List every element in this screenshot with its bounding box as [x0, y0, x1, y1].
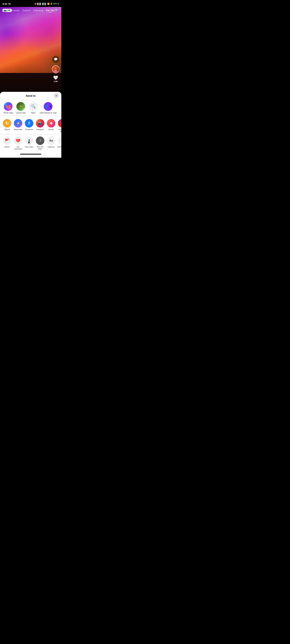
action-captions[interactable]: Aa Captions — [46, 136, 56, 150]
share-repost[interactable]: ↻ Repost — [2, 119, 12, 132]
tab-for-you-wrapper: For You — [46, 9, 55, 12]
send-to-sheet: Send to ✕ 🐙 TikTok Tako 🧍 Lauren Deli 🔍 — [0, 92, 61, 158]
lauren-deli-avatar: 🧍 — [16, 102, 25, 111]
signal-icon-2: ▌▌▌ — [42, 3, 46, 5]
stories-label: Stories — [48, 128, 54, 130]
lauren-deli-name: Lauren Deli — [16, 112, 26, 114]
camera-icon: 📷 — [8, 2, 11, 5]
nav-tabs: Friends Explore Following For You — [12, 9, 55, 12]
instagram-label: Instagram — [36, 128, 44, 130]
tiktok-tako-name: TikTok Tako — [3, 112, 13, 114]
home-indicator — [20, 154, 41, 154]
action-why-this-video[interactable]: ? Why this video — [35, 136, 45, 150]
captions-label: Captions — [48, 146, 54, 148]
heart-count: 2.9M — [54, 80, 58, 82]
repost-icon-circle: ↻ — [3, 119, 11, 128]
stories-icon-circle: ⊕ — [47, 119, 55, 128]
contact-more[interactable]: 🔍 More — [27, 102, 40, 114]
divider-2 — [0, 134, 61, 135]
sheet-title: Send to — [26, 94, 36, 98]
action-save-video[interactable]: ⬇ Save video — [24, 136, 34, 150]
status-bar: 8:42 📷 🔕 ▌▌▌ ▌▌▌ 📶 🔋 84% — [0, 0, 61, 7]
heart-wrapper[interactable]: 🤍 2.9M — [53, 75, 58, 82]
tab-for-you[interactable]: For You — [46, 9, 55, 12]
follow-plus-badge: + — [54, 70, 57, 74]
signal-icon: ▌▌▌ — [37, 3, 42, 5]
live-label: LIVE — [6, 9, 11, 12]
messenger-label: Messenger — [14, 128, 22, 130]
search-icon[interactable]: 🔍 — [55, 8, 59, 12]
right-side-icons: 💬 🧍 + 🤍 2.9M — [52, 56, 60, 82]
instagram-direct-icon: ✈ — [61, 121, 61, 125]
plus-icon: + — [55, 70, 56, 73]
close-button[interactable]: ✕ — [54, 93, 59, 98]
facebook-icon-circle: f — [25, 119, 33, 128]
action-not-interested[interactable]: 💔 Not interested — [13, 136, 23, 150]
tv-icon: 📺 — [4, 9, 6, 12]
contact-tiktok-tako[interactable]: 🐙 TikTok Tako — [2, 102, 14, 114]
contacts-row: 🐙 TikTok Tako 🧍 Lauren Deli 🔍 More 👤+ In… — [0, 100, 61, 115]
tab-following[interactable]: Following — [33, 9, 43, 12]
mute-icon: 🔕 — [34, 3, 37, 5]
report-icon: 🚩 — [5, 138, 10, 143]
battery-percent: 84% — [53, 3, 57, 5]
more-avatar: 🔍 — [29, 102, 38, 111]
action-report[interactable]: 🚩 Report — [2, 136, 12, 150]
heart-icon: 🤍 — [53, 75, 58, 80]
live-badge[interactable]: 📺 LIVE — [2, 9, 12, 12]
messenger-icon: ⚡ — [16, 121, 20, 125]
captions-icon-circle: Aa — [47, 136, 55, 145]
contact-lauren-deli[interactable]: 🧍 Lauren Deli — [14, 102, 27, 114]
tiktok-tako-avatar: 🐙 — [4, 102, 12, 111]
action-add-to-story[interactable]: ✦ Add to Story — [57, 136, 61, 150]
top-nav: 📺 LIVE Friends Explore Following For You… — [0, 7, 61, 14]
why-this-video-label: Why this video — [35, 146, 45, 150]
repost-icon: ↻ — [5, 121, 9, 126]
report-label: Report — [4, 146, 10, 148]
more-name: More — [31, 112, 36, 114]
why-this-video-icon-circle: ? — [36, 136, 44, 145]
save-video-icon-circle: ⬇ — [25, 136, 33, 145]
instagram-icon-circle: 📷 — [36, 119, 44, 128]
video-area[interactable]: 📺 LIVE Friends Explore Following For You… — [0, 7, 61, 92]
share-stories[interactable]: ⊕ Stories — [46, 119, 56, 132]
wifi-icon: 📶 — [47, 3, 50, 5]
tab-explore[interactable]: Explore — [22, 9, 30, 12]
captions-icon: Aa — [49, 139, 53, 142]
action-grid: 🚩 Report 💔 Not interested ⬇ Save video — [0, 135, 61, 152]
tab-friends[interactable]: Friends — [12, 9, 20, 12]
add-to-story-icon-circle: ✦ — [58, 136, 61, 145]
save-video-icon: ⬇ — [28, 139, 30, 143]
share-facebook[interactable]: f Facebook — [24, 119, 34, 132]
share-apps-grid: ↻ Repost ⚡ Messenger f Facebook 📷 Instag… — [0, 116, 61, 134]
not-interested-label: Not interested — [13, 146, 23, 150]
why-this-video-icon: ? — [39, 139, 41, 143]
tab-underline — [49, 12, 52, 12]
instagram-direct-label: Instagram Direct — [58, 128, 61, 132]
status-icons: 🔕 ▌▌▌ ▌▌▌ 📶 🔋 84% — [34, 3, 59, 5]
report-icon-circle: 🚩 — [3, 136, 11, 145]
close-icon: ✕ — [55, 94, 58, 97]
stories-icon: ⊕ — [50, 121, 52, 125]
share-messenger[interactable]: ⚡ Messenger — [13, 119, 23, 132]
add-to-story-icon: ✦ — [61, 139, 61, 143]
not-interested-icon: 💔 — [16, 138, 20, 143]
sheet-header: Send to ✕ — [0, 92, 61, 100]
online-indicator — [23, 108, 25, 110]
battery-icon: 🔋 — [50, 3, 52, 5]
add-to-story-label: Add to Story — [58, 146, 61, 148]
not-interested-icon-circle: 💔 — [14, 136, 22, 145]
messenger-icon-circle: ⚡ — [14, 119, 22, 128]
creator-avatar-btn[interactable]: 🧍 + — [52, 65, 60, 73]
status-time: 8:42 — [2, 2, 7, 5]
green-dot — [58, 3, 59, 4]
divider-1 — [0, 115, 61, 116]
instagram-direct-icon-circle: ✈ — [58, 119, 61, 128]
contact-invite-friends[interactable]: 👤+ Invite friends to chat — [40, 102, 56, 114]
share-instagram-direct[interactable]: ✈ Instagram Direct — [57, 119, 61, 132]
save-video-label: Save video — [25, 146, 33, 148]
repost-label: Repost — [4, 128, 10, 130]
invite-avatar: 👤+ — [44, 102, 52, 111]
share-instagram[interactable]: 📷 Instagram — [35, 119, 45, 132]
comment-icon-btn[interactable]: 💬 — [52, 56, 59, 63]
